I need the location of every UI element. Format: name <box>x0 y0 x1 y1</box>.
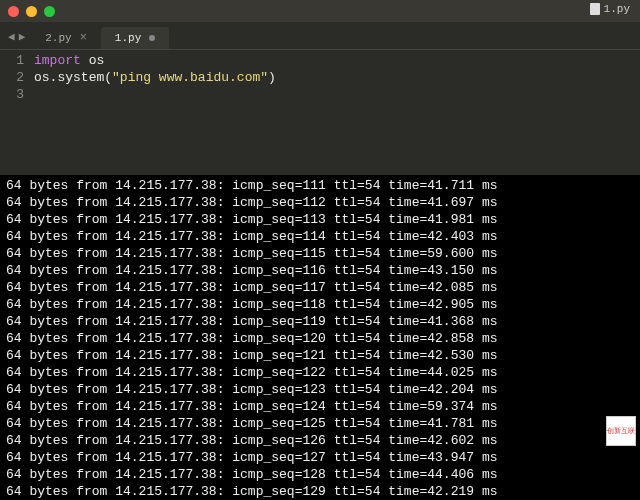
tab-2py[interactable]: 2.py × <box>31 27 101 49</box>
traffic-lights <box>8 6 55 17</box>
code-editor[interactable]: 1 2 3 import os os.system("ping www.baid… <box>0 50 640 175</box>
title-filename: 1.py <box>590 3 630 15</box>
terminal-line: 64 bytes from 14.215.177.38: icmp_seq=12… <box>6 483 634 500</box>
code-line[interactable]: os.system("ping www.baidu.com") <box>34 69 640 86</box>
watermark-text: 创新互联 <box>607 428 635 435</box>
terminal-line: 64 bytes from 14.215.177.38: icmp_seq=11… <box>6 177 634 194</box>
terminal-output[interactable]: 64 bytes from 14.215.177.38: icmp_seq=11… <box>0 175 640 500</box>
tab-1py[interactable]: 1.py <box>101 27 169 49</box>
title-filename-text: 1.py <box>604 3 630 15</box>
terminal-line: 64 bytes from 14.215.177.38: icmp_seq=12… <box>6 330 634 347</box>
terminal-line: 64 bytes from 14.215.177.38: icmp_seq=12… <box>6 432 634 449</box>
terminal-line: 64 bytes from 14.215.177.38: icmp_seq=11… <box>6 228 634 245</box>
terminal-line: 64 bytes from 14.215.177.38: icmp_seq=12… <box>6 381 634 398</box>
terminal-line: 64 bytes from 14.215.177.38: icmp_seq=12… <box>6 415 634 432</box>
module-name: os <box>89 53 105 68</box>
watermark-logo: 创新互联 <box>606 416 636 446</box>
line-number-gutter: 1 2 3 <box>0 52 34 175</box>
dirty-indicator-icon <box>149 35 155 41</box>
line-number: 2 <box>0 69 24 86</box>
nav-forward-icon[interactable]: ▶ <box>19 30 26 43</box>
tab-bar: ◀ ▶ 2.py × 1.py <box>0 22 640 50</box>
terminal-line: 64 bytes from 14.215.177.38: icmp_seq=11… <box>6 211 634 228</box>
code-line[interactable]: import os <box>34 52 640 69</box>
editor-pane: 1.py ◀ ▶ 2.py × 1.py 1 2 3 import os os.… <box>0 0 640 175</box>
tab-label: 1.py <box>115 32 141 44</box>
close-icon[interactable]: × <box>80 32 87 44</box>
code-line[interactable] <box>34 86 640 103</box>
nav-arrows: ◀ ▶ <box>6 30 31 49</box>
tab-label: 2.py <box>45 32 71 44</box>
terminal-line: 64 bytes from 14.215.177.38: icmp_seq=12… <box>6 466 634 483</box>
nav-back-icon[interactable]: ◀ <box>8 30 15 43</box>
line-number: 1 <box>0 52 24 69</box>
terminal-line: 64 bytes from 14.215.177.38: icmp_seq=11… <box>6 279 634 296</box>
string-literal: "ping www.baidu.com" <box>112 70 268 85</box>
code-content[interactable]: import os os.system("ping www.baidu.com"… <box>34 52 640 175</box>
document-icon <box>590 3 600 15</box>
terminal-line: 64 bytes from 14.215.177.38: icmp_seq=11… <box>6 313 634 330</box>
terminal-line: 64 bytes from 14.215.177.38: icmp_seq=11… <box>6 194 634 211</box>
terminal-line: 64 bytes from 14.215.177.38: icmp_seq=11… <box>6 296 634 313</box>
maximize-icon[interactable] <box>44 6 55 17</box>
close-icon[interactable] <box>8 6 19 17</box>
keyword: import <box>34 53 81 68</box>
function-name: system <box>57 70 104 85</box>
terminal-line: 64 bytes from 14.215.177.38: icmp_seq=12… <box>6 347 634 364</box>
window-titlebar[interactable]: 1.py <box>0 0 640 22</box>
object-name: os <box>34 70 50 85</box>
terminal-line: 64 bytes from 14.215.177.38: icmp_seq=12… <box>6 398 634 415</box>
line-number: 3 <box>0 86 24 103</box>
terminal-line: 64 bytes from 14.215.177.38: icmp_seq=12… <box>6 364 634 381</box>
terminal-line: 64 bytes from 14.215.177.38: icmp_seq=12… <box>6 449 634 466</box>
terminal-line: 64 bytes from 14.215.177.38: icmp_seq=11… <box>6 262 634 279</box>
terminal-line: 64 bytes from 14.215.177.38: icmp_seq=11… <box>6 245 634 262</box>
minimize-icon[interactable] <box>26 6 37 17</box>
